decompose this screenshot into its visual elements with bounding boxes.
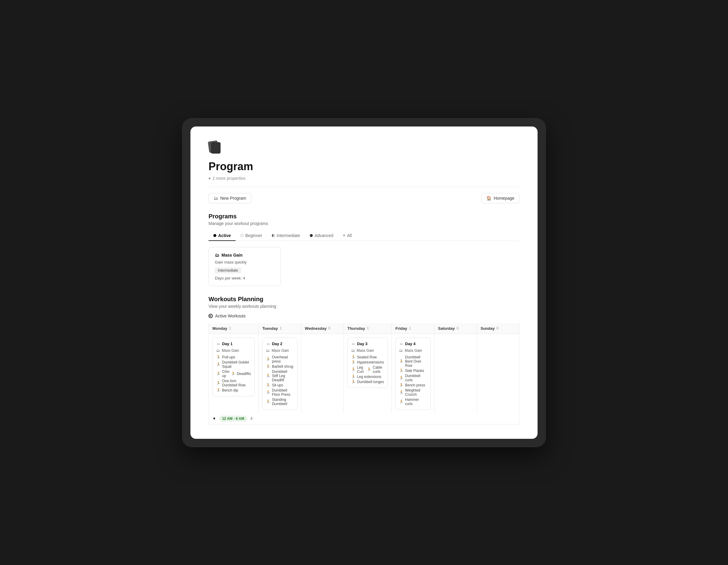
programs-title: Programs [209, 213, 519, 220]
collapse-icon[interactable]: ▼ [212, 416, 216, 421]
page-icon [209, 141, 519, 155]
monday-header: Monday 1 [209, 323, 258, 334]
col-monday: Monday 1 ↔ Day 1 🗂 Mass Gain [209, 323, 259, 413]
tuesday-header: Tuesday 1 [259, 323, 301, 334]
day1-card[interactable]: ↔ Day 1 🗂 Mass Gain 🏃Pull-ups 🏃Dumbbell … [212, 337, 255, 396]
exercise-item: 🏃One Arm Dumbbell Row [216, 379, 251, 387]
time-badge: 12 AM - 6 AM [219, 416, 247, 422]
exercise-item: 🏃Overhead press [266, 355, 293, 363]
saturday-header: Saturday 0 [435, 323, 477, 334]
programs-section: Programs Manage your workout programs Ac… [209, 213, 519, 286]
more-properties[interactable]: ▾ 2 more properties [209, 176, 519, 181]
tab-intermediate-dot [272, 234, 275, 237]
screen: Program ▾ 2 more properties 🗂 New Progra… [190, 127, 538, 439]
day3-prog-icon: 🗂 [351, 348, 355, 353]
programs-desc: Manage your workout programs [209, 221, 519, 226]
exercise-item: 🏃Bench press [399, 383, 426, 387]
exercise-item: 🏃Standing Dumbbell [266, 397, 293, 406]
home-icon: 🏠 [486, 196, 491, 201]
workouts-section: Workouts Planning View your weekly worko… [209, 296, 519, 424]
exercise-item: 🏃Bench dip [216, 388, 251, 392]
page-title: Program [209, 160, 519, 173]
chevron-down-icon: ▾ [209, 176, 211, 181]
exercise-item: 🏃Seated Row [351, 355, 384, 359]
day3-swap-icon: ↔ [351, 341, 355, 346]
program-card-mass-gain[interactable]: 🗂 Mass Gain Gain mass quickly Intermedia… [209, 247, 281, 286]
tab-intermediate[interactable]: Intermediate [267, 231, 305, 241]
workouts-title: Workouts Planning [209, 296, 519, 303]
day2-card[interactable]: ↔ Day 2 🗂 Mass Gain 🏃Overhead press 🏃Bar… [262, 337, 297, 410]
tab-all-icon: ≡ [343, 233, 345, 238]
exercise-item: 🏃Dumbbell Goblet Squat [216, 360, 251, 369]
exercise-item: 🏃Barbell shrug [266, 364, 293, 369]
day3-card[interactable]: ↔ Day 3 🗂 Mass Gain 🏃Seated Row 🏃Hyperex… [347, 337, 388, 388]
col-wednesday: Wednesday 0 [301, 323, 344, 413]
card-description: Gain mass quickly [215, 260, 275, 265]
tab-active[interactable]: Active [209, 231, 236, 241]
toolbar: 🗂 New Program 🏠 Homepage [209, 193, 519, 203]
homepage-button[interactable]: 🏠 Homepage [481, 193, 520, 203]
day1-swap-icon: ↔ [216, 341, 220, 346]
new-program-button[interactable]: 🗂 New Program [209, 193, 251, 203]
exercise-item: 🏃Sit-ups [266, 383, 293, 387]
exercise-item: 🏃Side Planks [399, 369, 426, 373]
time-group-count: 4 [250, 416, 253, 421]
thursday-header: Thursday 1 [344, 323, 391, 334]
exercise-item: 🏃Dumbbell Floor Press [266, 388, 293, 397]
exercise-item: 🏃Dumbbell Bent Over Row [399, 355, 426, 368]
exercise-item: 🏃Leg extensions [351, 375, 384, 379]
day2-swap-icon: ↔ [266, 341, 270, 346]
col-friday: Friday 1 ↔ Day 4 🗂 Mass Gain [392, 323, 434, 413]
exercise-item: 🏃Chin up 🏃Deadlifts [216, 369, 251, 378]
col-sunday: Sunday 0 [477, 323, 519, 413]
card-icon: 🗂 [215, 253, 219, 258]
active-workouts-filter[interactable]: ▶ Active Workouts [209, 313, 519, 318]
exercise-item: 🏃Weighted Crunch [399, 388, 426, 397]
card-badge: Intermediate [215, 268, 241, 274]
device-frame: Program ▾ 2 more properties 🗂 New Progra… [182, 118, 546, 447]
calendar-grid: Monday 1 ↔ Day 1 🗂 Mass Gain [209, 323, 519, 413]
program-icon: 🗂 [214, 196, 218, 201]
workouts-desc: View your weekly workouts planning [209, 304, 519, 309]
program-tabs: Active Beginner Intermediate Advanced ≡ … [209, 231, 519, 241]
exercise-item: 🏃Hyperextensions [351, 360, 384, 364]
day4-swap-icon: ↔ [399, 341, 403, 346]
col-tuesday: Tuesday 1 ↔ Day 2 🗂 Mass Gain [259, 323, 301, 413]
exercise-item: 🏃Pull-ups [216, 355, 251, 359]
tab-active-dot [213, 234, 216, 237]
exercise-item: 🏃Dumbbell lunges [351, 380, 384, 384]
day2-prog-icon: 🗂 [266, 348, 270, 353]
col-saturday: Saturday 0 [435, 323, 477, 413]
exercise-item: 🏃Dumbbell curls [399, 374, 426, 382]
sunday-header: Sunday 0 [477, 323, 519, 334]
tab-beginner[interactable]: Beginner [236, 231, 267, 241]
tab-beginner-dot [240, 234, 243, 237]
play-circle-icon: ▶ [209, 314, 213, 318]
exercise-item: 🏃Leg Curl 🏃Cable curls [351, 365, 384, 374]
time-group-row: ▼ 12 AM - 6 AM 4 [209, 413, 519, 424]
day4-card[interactable]: ↔ Day 4 🗂 Mass Gain 🏃Dumbbell Bent Over … [395, 337, 430, 410]
friday-header: Friday 1 [392, 323, 434, 334]
col-thursday: Thursday 1 ↔ Day 3 🗂 Mass Gain [344, 323, 392, 413]
exercise-item: 🏃Dumbbell Stiff Leg Deadlift [266, 369, 293, 382]
day4-prog-icon: 🗂 [399, 348, 403, 353]
tab-advanced-dot [310, 234, 313, 237]
exercise-item: 🏃Hammer curls [399, 397, 426, 406]
card-meta: Days per week: 4 [215, 276, 275, 281]
wednesday-header: Wednesday 0 [301, 323, 344, 334]
tab-all[interactable]: ≡ All [338, 231, 356, 241]
day1-prog-icon: 🗂 [216, 348, 220, 353]
tab-advanced[interactable]: Advanced [305, 231, 338, 241]
